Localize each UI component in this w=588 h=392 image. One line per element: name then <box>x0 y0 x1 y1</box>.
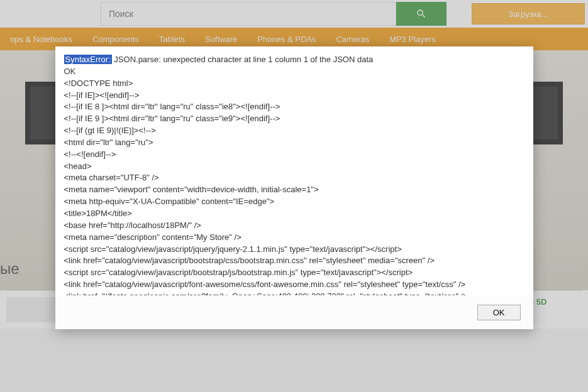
code-line: <!--[if (gt IE 9)|!(IE)]><!--> <box>64 125 524 137</box>
code-line: OK <box>64 66 524 78</box>
dialog-footer: OK <box>55 295 533 329</box>
code-line: <meta http-equiv="X-UA-Compatible" conte… <box>64 196 524 208</box>
code-line: <link href="catalog/view/javascript/font… <box>64 279 524 291</box>
code-line: <!--<![endif]--> <box>64 149 524 161</box>
code-line: <meta name="viewport" content="width=dev… <box>64 184 524 196</box>
code-line: <link href="catalog/view/javascript/boot… <box>64 255 524 267</box>
error-message: JSON.parse: unexpected character at line… <box>112 55 374 64</box>
error-line: SyntaxError: JSON.parse: unexpected char… <box>64 54 524 66</box>
code-line: <script src="catalog/view/javascript/boo… <box>64 267 524 279</box>
code-line: <link href="//fonts.googleapis.com/css?f… <box>64 291 524 295</box>
code-line: <head> <box>64 161 524 173</box>
modal-overlay: SyntaxError: JSON.parse: unexpected char… <box>0 0 588 392</box>
code-line: <!--[if IE 8 ]><html dir="ltr" lang="ru"… <box>64 101 524 113</box>
error-dialog-body[interactable]: SyntaxError: JSON.parse: unexpected char… <box>55 46 533 295</box>
error-dialog: SyntaxError: JSON.parse: unexpected char… <box>55 46 533 329</box>
code-line: <meta name="description" content="My Sto… <box>64 232 524 244</box>
code-line: <html dir="ltr" lang="ru"> <box>64 137 524 149</box>
code-line: <script src="catalog/view/javascript/jqu… <box>64 244 524 256</box>
error-label: SyntaxError: <box>64 55 112 64</box>
code-line: <!DOCTYPE html> <box>64 78 524 90</box>
code-line: <!--[if IE]><![endif]--> <box>64 90 524 102</box>
code-line: <title>18PM</title> <box>64 208 524 220</box>
code-line: <!--[if IE 9 ]><html dir="ltr" lang="ru"… <box>64 113 524 125</box>
ok-button[interactable]: OK <box>477 305 521 320</box>
code-line: <meta charset="UTF-8" /> <box>64 172 524 184</box>
code-line: <base href="http://localhost/18PM/" /> <box>64 220 524 232</box>
